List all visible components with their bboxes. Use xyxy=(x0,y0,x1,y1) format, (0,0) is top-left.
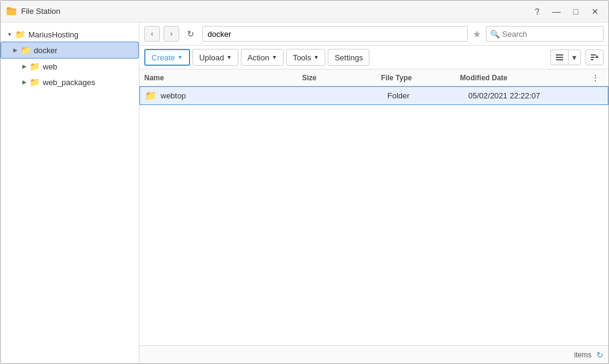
view-options-button[interactable]: ▾ xyxy=(568,49,581,65)
svg-rect-3 xyxy=(591,54,596,56)
main-area: ▼ 📁 MariusHosting ▶ 📁 docker ▶ 📁 web ▶ 📁… xyxy=(1,22,608,363)
file-list-header: Name Size File Type Modified Date ⋮ xyxy=(139,69,608,86)
sort-button[interactable] xyxy=(585,49,604,65)
titlebar: File Station ? — □ ✕ xyxy=(1,1,608,22)
app-icon xyxy=(5,5,18,18)
action-button[interactable]: Action ▼ xyxy=(241,49,284,66)
statusbar-refresh-button[interactable]: ↻ xyxy=(596,350,604,360)
file-name-cell: 📁 webtop xyxy=(145,90,307,101)
file-name: webtop xyxy=(161,91,186,100)
path-input[interactable] xyxy=(202,26,468,42)
web-packages-folder-icon: 📁 xyxy=(30,77,40,87)
statusbar: items ↻ xyxy=(139,345,608,363)
sidebar-root-mariushosting[interactable]: ▼ 📁 MariusHosting xyxy=(1,27,139,42)
create-button[interactable]: Create ▼ xyxy=(144,49,190,66)
tools-button[interactable]: Tools ▼ xyxy=(286,49,325,66)
search-icon[interactable]: 🔍 xyxy=(490,30,500,39)
column-modified-date: Modified Date xyxy=(460,74,591,82)
docker-arrow: ▶ xyxy=(11,46,19,54)
toolbar-actions: Create ▼ Upload ▼ Action ▼ Tools ▼ Setti… xyxy=(139,46,608,69)
list-view-icon xyxy=(555,53,564,62)
web-folder-icon: 📁 xyxy=(30,62,40,71)
statusbar-items-label: items xyxy=(574,351,591,359)
favorite-button[interactable]: ★ xyxy=(471,27,482,41)
tools-chevron-icon: ▼ xyxy=(314,54,319,60)
file-station-window: File Station ? — □ ✕ ▼ 📁 MariusHosting ▶… xyxy=(0,0,609,364)
file-list: Name Size File Type Modified Date ⋮ 📁 we… xyxy=(139,69,608,345)
maximize-button[interactable]: □ xyxy=(567,5,584,18)
column-size: Size xyxy=(302,74,381,82)
sidebar: ▼ 📁 MariusHosting ▶ 📁 docker ▶ 📁 web ▶ 📁… xyxy=(1,22,139,363)
upload-button[interactable]: Upload ▼ xyxy=(193,49,238,66)
upload-chevron-icon: ▼ xyxy=(226,54,232,60)
help-button[interactable]: ? xyxy=(529,5,546,18)
sidebar-root-label: MariusHosting xyxy=(28,30,78,39)
back-button[interactable]: ‹ xyxy=(144,26,160,42)
column-name: Name xyxy=(144,74,302,82)
root-folder-icon: 📁 xyxy=(15,30,25,39)
settings-button[interactable]: Settings xyxy=(328,49,369,66)
file-type: Folder xyxy=(387,91,468,100)
docker-folder-icon: 📁 xyxy=(21,45,31,55)
folder-icon: 📁 xyxy=(145,90,157,101)
file-modified-date: 05/02/2021 22:22:07 xyxy=(468,91,603,100)
minimize-button[interactable]: — xyxy=(548,5,565,18)
window-controls: ? — □ ✕ xyxy=(529,5,604,18)
action-chevron-icon: ▼ xyxy=(272,54,277,60)
root-collapse-arrow: ▼ xyxy=(5,30,14,39)
toolbar-top: ‹ › ↻ ★ 🔍 xyxy=(139,22,608,46)
window-title: File Station xyxy=(21,7,529,16)
create-chevron-icon: ▼ xyxy=(177,54,183,60)
view-options: ▾ xyxy=(550,49,581,65)
svg-rect-2 xyxy=(556,59,563,60)
search-input[interactable] xyxy=(502,30,599,39)
web-packages-arrow: ▶ xyxy=(20,78,28,86)
sidebar-item-docker[interactable]: ▶ 📁 docker xyxy=(1,42,139,59)
sidebar-item-docker-label: docker xyxy=(34,46,57,55)
svg-rect-1 xyxy=(556,57,563,58)
right-panel: ‹ › ↻ ★ 🔍 Create ▼ Upload ▼ xyxy=(139,22,608,363)
table-row[interactable]: 📁 webtop Folder 05/02/2021 22:22:07 xyxy=(139,86,608,105)
sidebar-item-web[interactable]: ▶ 📁 web xyxy=(1,59,139,74)
svg-rect-4 xyxy=(591,57,595,58)
refresh-button[interactable]: ↻ xyxy=(183,26,199,42)
sidebar-item-web-label: web xyxy=(43,62,57,71)
close-button[interactable]: ✕ xyxy=(587,5,604,18)
sidebar-item-web-packages-label: web_packages xyxy=(43,78,95,87)
list-view-button[interactable] xyxy=(550,49,568,65)
search-box: 🔍 xyxy=(486,26,604,42)
forward-button[interactable]: › xyxy=(164,26,179,42)
sort-icon xyxy=(590,53,599,62)
column-file-type: File Type xyxy=(381,74,460,82)
column-more-icon[interactable]: ⋮ xyxy=(591,73,604,82)
svg-rect-5 xyxy=(591,59,593,60)
web-arrow: ▶ xyxy=(20,62,28,71)
sidebar-item-web-packages[interactable]: ▶ 📁 web_packages xyxy=(1,74,139,90)
svg-rect-0 xyxy=(556,54,563,56)
